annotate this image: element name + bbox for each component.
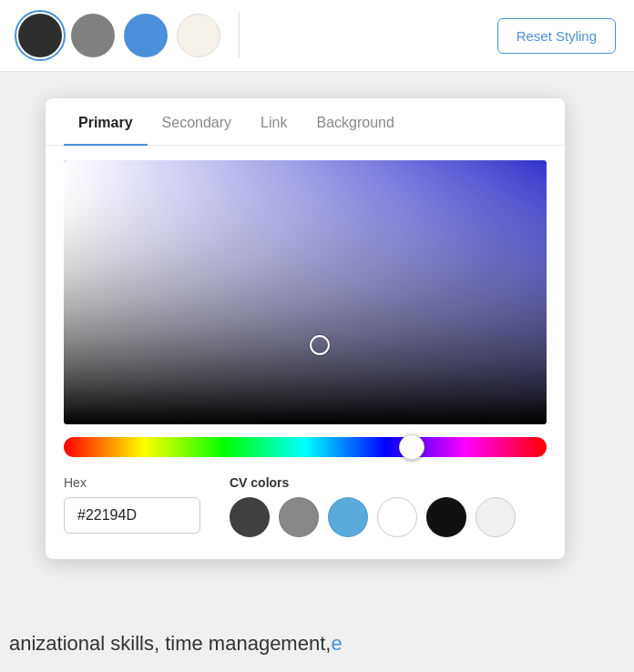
cv-swatch-medium-gray[interactable] [279,497,319,537]
swatch-cream[interactable] [177,14,220,57]
bottom-text: anizational skills, time management,e [0,632,634,656]
hex-input[interactable] [64,497,200,534]
top-bar: Reset Styling [0,0,634,72]
hue-track[interactable] [64,437,547,457]
divider [239,13,240,58]
swatch-dark[interactable] [18,14,62,57]
tab-primary[interactable]: Primary [64,98,148,146]
reset-styling-button[interactable]: Reset Styling [497,18,616,54]
cv-swatch-light-blue[interactable] [328,497,368,537]
hex-label: Hex [64,475,200,490]
hue-slider-container [64,437,547,457]
cv-swatch-light-gray[interactable] [476,497,516,537]
cv-swatch-white[interactable] [377,497,417,537]
color-gradient-area[interactable] [64,160,547,424]
cv-swatches [230,497,516,537]
cv-label: CV colors [230,475,516,490]
picker-tabs: Primary Secondary Link Background [46,98,565,146]
cv-swatch-dark[interactable] [230,497,270,537]
blue-link-text[interactable]: e [331,632,342,655]
tab-background[interactable]: Background [302,98,408,146]
swatch-blue[interactable] [124,14,168,57]
swatch-gray[interactable] [71,14,115,57]
color-picker-popup: Primary Secondary Link Background Hex CV… [46,98,565,559]
tab-link[interactable]: Link [246,98,302,146]
hex-cv-row: Hex CV colors [64,475,547,537]
hex-section: Hex [64,475,200,534]
bottom-text-content: anizational skills, time management, [9,632,331,655]
cv-section: CV colors [230,475,516,537]
gradient-canvas [64,160,547,424]
hue-thumb[interactable] [399,434,424,460]
color-swatches [18,14,220,57]
tab-secondary[interactable]: Secondary [148,98,247,146]
picker-handle[interactable] [310,335,330,355]
cv-swatch-black[interactable] [426,497,466,537]
